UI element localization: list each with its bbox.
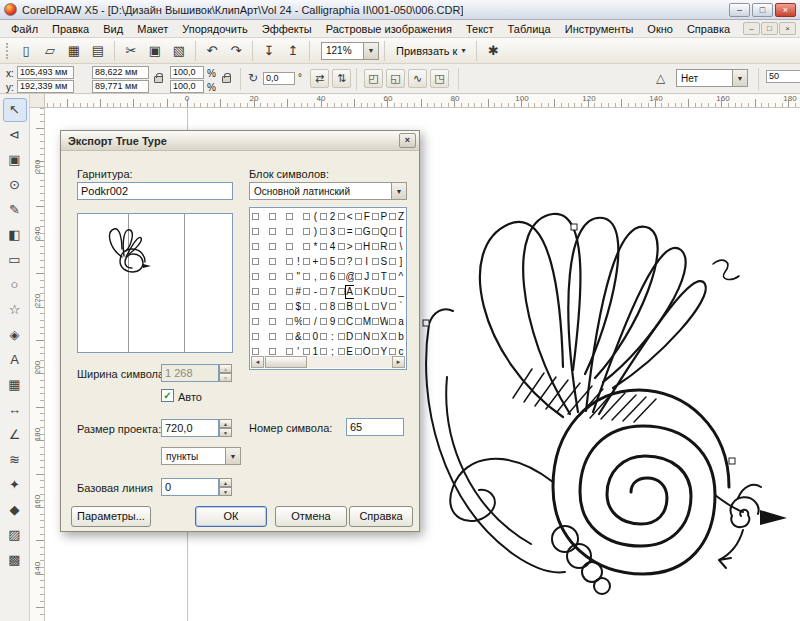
char-checkbox[interactable] [372,243,379,250]
char-checkbox[interactable] [269,243,276,250]
char-cell[interactable]: W [371,314,388,329]
char-cell[interactable]: _ [388,284,405,299]
interactive-fill-tool[interactable]: ▩ [3,548,27,572]
maximize-button[interactable]: □ [752,3,773,17]
char-checkbox[interactable] [338,333,345,340]
save-button[interactable]: ▦ [63,40,85,62]
char-checkbox[interactable] [286,243,293,250]
text-tool[interactable]: A [3,348,27,372]
char-checkbox[interactable] [320,348,327,355]
char-cell[interactable]: ^ [388,269,405,284]
char-checkbox[interactable] [338,243,345,250]
char-checkbox[interactable] [372,318,379,325]
copy-button[interactable]: ▣ [144,40,166,62]
units-dropdown[interactable]: пункты ▼ [161,447,241,465]
char-checkbox[interactable] [372,303,379,310]
char-cell[interactable]: V [371,299,388,314]
char-checkbox[interactable] [286,258,293,265]
zoom-level-dropdown[interactable]: 121% ▼ [321,42,379,60]
dropdown-arrow-icon[interactable]: ▼ [225,448,240,464]
char-checkbox[interactable] [269,318,276,325]
char-cell[interactable]: T [371,269,388,284]
dialog-title-bar[interactable]: Экспорт True Type × [61,131,419,151]
char-cell[interactable]: J [354,269,371,284]
auto-checkbox[interactable]: ✓ [161,389,174,402]
char-checkbox[interactable] [320,303,327,310]
char-checkbox[interactable] [372,333,379,340]
char-cell[interactable]: ` [388,299,405,314]
char-checkbox[interactable] [252,333,259,340]
char-cell[interactable]: + [302,254,319,269]
char-cell[interactable]: D [337,329,354,344]
document-minimize-button[interactable]: – [743,22,760,35]
options-button[interactable]: ✱ [482,40,504,62]
char-cell[interactable]: % [285,314,302,329]
char-cell[interactable]: R [371,239,388,254]
menu-item-3[interactable]: Вид [96,21,130,37]
to-back-button[interactable]: ◱ [386,69,405,88]
char-cell[interactable]: \ [388,239,405,254]
char-cell[interactable]: - [302,284,319,299]
ratio-lock-icon[interactable] [222,76,231,83]
toolbar-grip[interactable] [6,43,9,59]
char-checkbox[interactable] [320,273,327,280]
char-checkbox[interactable] [320,333,327,340]
char-checkbox[interactable] [320,243,327,250]
char-checkbox[interactable] [389,273,396,280]
menu-item-5[interactable]: Упорядочить [175,21,254,37]
char-checkbox[interactable] [269,273,276,280]
char-cell[interactable] [268,314,285,329]
char-cell[interactable]: ? [337,254,354,269]
char-checkbox[interactable] [252,258,259,265]
ellipse-tool[interactable]: ○ [3,273,27,297]
char-cell[interactable]: I [354,254,371,269]
char-cell[interactable]: M [354,314,371,329]
char-cell[interactable]: U [371,284,388,299]
char-cell[interactable] [268,299,285,314]
char-cell[interactable]: Z [388,209,405,224]
char-cell[interactable]: > [337,239,354,254]
redo-button[interactable]: ↷ [225,40,247,62]
char-checkbox[interactable] [269,303,276,310]
char-checkbox[interactable] [269,288,276,295]
clipped-right-field[interactable]: 50 [766,70,800,83]
freehand-tool[interactable]: ✎ [3,198,27,222]
menu-item-11[interactable]: Окно [640,21,680,37]
char-checkbox[interactable] [389,243,396,250]
menu-item-1[interactable]: Файл [4,21,45,37]
close-button[interactable]: × [775,3,796,17]
char-cell[interactable]: & [285,329,302,344]
char-checkbox[interactable] [389,213,396,220]
dropdown-arrow-icon[interactable]: ▼ [363,43,378,59]
export-button[interactable]: ↥ [282,40,304,62]
scale-x-field[interactable]: 100,0 [170,66,204,79]
char-checkbox[interactable] [286,213,293,220]
char-checkbox[interactable] [389,348,396,355]
char-cell[interactable]: < [337,209,354,224]
char-cell[interactable]: P [371,209,388,224]
char-checkbox[interactable] [338,228,345,235]
char-checkbox[interactable] [286,303,293,310]
char-cell[interactable] [251,254,268,269]
char-cell[interactable] [285,209,302,224]
snap-to-dropdown[interactable]: Привязать к ▾ [390,41,471,61]
char-checkbox[interactable] [355,303,362,310]
char-checkbox[interactable] [338,273,345,280]
char-cell[interactable]: 2 [319,209,336,224]
zoom-tool[interactable]: ⊙ [3,173,27,197]
pick-tool[interactable]: ↖ [3,98,27,122]
char-checkbox[interactable] [286,333,293,340]
char-cell[interactable]: 3 [319,224,336,239]
char-cell[interactable] [268,224,285,239]
menu-item-9[interactable]: Таблица [501,21,558,37]
char-cell[interactable] [251,269,268,284]
char-cell[interactable]: . [302,299,319,314]
parameters-button[interactable]: Параметры... [71,506,151,527]
char-checkbox[interactable] [320,318,327,325]
ok-button[interactable]: ОК [195,506,267,527]
char-checkbox[interactable] [355,213,362,220]
char-checkbox[interactable] [252,303,259,310]
char-checkbox[interactable] [355,243,362,250]
char-checkbox[interactable] [338,213,345,220]
menu-item-6[interactable]: Эффекты [255,21,319,37]
